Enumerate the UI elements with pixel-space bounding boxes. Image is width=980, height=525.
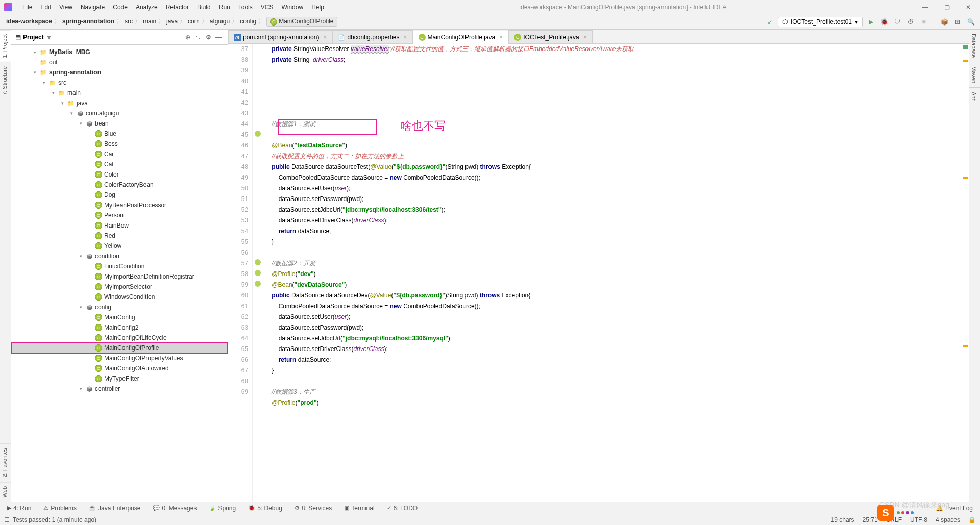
tree-item-cat[interactable]: Cat (11, 159, 228, 169)
close-tab-icon[interactable]: × (404, 34, 407, 41)
close-tab-icon[interactable]: × (583, 34, 587, 41)
status-lock-icon[interactable]: 🔒 (968, 516, 976, 523)
side-tab-maven[interactable]: Maven (969, 62, 980, 88)
bottom-tab-run[interactable]: ▶4: Run (4, 504, 34, 513)
bottom-tab-services[interactable]: ⚙8: Services (291, 504, 335, 513)
tree-item-red[interactable]: Red (11, 231, 228, 241)
menu-file[interactable]: File (18, 4, 36, 11)
status-nav-icon[interactable]: ☐ (4, 516, 10, 523)
tree-item-bean[interactable]: ▾bean (11, 118, 228, 129)
editor-tab[interactable]: dbconfig.properties× (332, 30, 412, 43)
side-tab-favorites[interactable]: 2: Favorites (0, 443, 11, 481)
menu-help[interactable]: Help (307, 4, 328, 11)
tree-item-linuxcondition[interactable]: LinuxCondition (11, 261, 228, 271)
tree-item-mytypefilter[interactable]: MyTypeFilter (11, 373, 228, 384)
sync-icon[interactable]: ↙ (765, 17, 775, 27)
run-config-select[interactable]: ⬡ IOCTest_Profile.test01 ▾ (778, 17, 863, 27)
collapse-all-icon[interactable]: ⇋ (193, 32, 203, 42)
warning-marker[interactable] (963, 177, 968, 179)
tree-item-spring-annotation[interactable]: ▾spring-annotation (11, 67, 228, 78)
warning-marker[interactable] (963, 60, 968, 62)
stop-button[interactable]: ■ (919, 17, 929, 27)
tree-item-windowscondition[interactable]: WindowsCondition (11, 292, 228, 302)
profile-button[interactable]: ⏱ (905, 17, 916, 27)
tree-item-car[interactable]: Car (11, 149, 228, 159)
event-log-button[interactable]: 🔔 Event Log (933, 504, 976, 513)
close-button[interactable]: ✕ (961, 4, 976, 11)
bean-gutter-icon[interactable] (255, 259, 261, 265)
breadcrumb-item[interactable]: atguigu (208, 17, 232, 26)
tree-item-myimportselector[interactable]: MyImportSelector (11, 282, 228, 292)
debug-button[interactable]: 🐞 (879, 17, 889, 27)
tree-item-mainconfigofprofile[interactable]: MainConfigOfProfile (11, 343, 228, 353)
close-tab-icon[interactable]: × (323, 34, 327, 41)
status-indent[interactable]: 4 spaces (936, 516, 960, 523)
tree-item-mainconfigoflifecycle[interactable]: MainConfigOfLifeCycle (11, 333, 228, 343)
code-content[interactable]: 啥也不写 private StringValueResolver valueRe… (263, 44, 962, 502)
tree-item-src[interactable]: ▾src (11, 78, 228, 88)
tree-item-myimportbeandefinitionregistrar[interactable]: MyImportBeanDefinitionRegistrar (11, 271, 228, 282)
tree-item-mybeanpostprocessor[interactable]: MyBeanPostProcessor (11, 200, 228, 210)
tree-item-blue[interactable]: Blue (11, 129, 228, 139)
structure-icon[interactable]: ⊞ (952, 17, 963, 27)
tree-item-com-atguigu[interactable]: ▾com.atguigu (11, 108, 228, 118)
bean-gutter-icon[interactable] (255, 131, 261, 137)
tree-item-colorfactorybean[interactable]: ColorFactoryBean (11, 180, 228, 190)
tree-item-mainconfigofpropertyvalues[interactable]: MainConfigOfPropertyValues (11, 353, 228, 363)
tree-item-yellow[interactable]: Yellow (11, 241, 228, 251)
tree-item-person[interactable]: Person (11, 210, 228, 220)
bottom-tab-javaenterprise[interactable]: ☕Java Enterprise (86, 504, 143, 513)
warning-marker[interactable] (963, 345, 968, 347)
tree-item-java[interactable]: ▾java (11, 98, 228, 108)
bottom-tab-terminal[interactable]: ▣Terminal (341, 504, 377, 513)
tree-item-rainbow[interactable]: RainBow (11, 220, 228, 231)
bean-gutter-icon[interactable] (255, 270, 261, 276)
maximize-button[interactable]: ▢ (939, 4, 954, 11)
breadcrumb-item[interactable]: com (186, 17, 202, 26)
breadcrumb-class[interactable]: CMainConfigOfProfile (266, 17, 337, 27)
project-tree[interactable]: ▸MyBatis_MBGout▾spring-annotation▾src▾ma… (11, 45, 228, 502)
tree-item-mybatis-mbg[interactable]: ▸MyBatis_MBG (11, 47, 228, 57)
menu-code[interactable]: Code (109, 4, 132, 11)
breadcrumb-item[interactable]: spring-annotation (60, 17, 116, 26)
menu-edit[interactable]: Edit (36, 4, 55, 11)
tree-item-boss[interactable]: Boss (11, 139, 228, 149)
side-tab-web[interactable]: Web (0, 482, 11, 502)
error-stripe[interactable] (962, 44, 969, 502)
coverage-button[interactable]: 🛡 (892, 17, 902, 27)
menu-build[interactable]: Build (193, 4, 215, 11)
editor-tab[interactable]: mpom.xml (spring-annotation)× (228, 30, 332, 43)
code-editor[interactable]: 3738394041424344454647484950515253545556… (228, 44, 969, 502)
side-tab-database[interactable]: Database (969, 30, 980, 62)
project-panel-title[interactable]: Project ▾ (23, 34, 183, 41)
breadcrumb-item[interactable]: config (238, 17, 258, 26)
menu-run[interactable]: Run (215, 4, 234, 11)
settings-icon[interactable]: ⚙ (203, 32, 213, 42)
menu-refactor[interactable]: Refactor (162, 4, 193, 11)
side-tab-ant[interactable]: Ant (969, 88, 980, 105)
vcs-icon[interactable]: 📦 (939, 17, 949, 27)
status-line-sep[interactable]: CRLF (886, 516, 902, 523)
editor-tab[interactable]: CIOCTest_Profile.java× (508, 30, 592, 43)
menu-analyze[interactable]: Analyze (132, 4, 162, 11)
status-encoding[interactable]: UTF-8 (910, 516, 927, 523)
menu-tools[interactable]: Tools (234, 4, 257, 11)
scroll-from-source-icon[interactable]: ⊕ (183, 32, 193, 42)
bottom-tab-spring[interactable]: 🍃Spring (206, 504, 239, 513)
side-tab-project[interactable]: 1: Project (0, 30, 11, 62)
tree-item-config[interactable]: ▾config (11, 302, 228, 312)
close-tab-icon[interactable]: × (499, 34, 503, 41)
editor-tab[interactable]: CMainConfigOfProfile.java× (413, 31, 509, 44)
bottom-tab-messages[interactable]: 💬0: Messages (150, 504, 200, 513)
tree-item-main[interactable]: ▾main (11, 88, 228, 98)
menu-navigate[interactable]: Navigate (77, 4, 109, 11)
tree-item-color[interactable]: Color (11, 169, 228, 180)
breadcrumb-item[interactable]: java (164, 17, 180, 26)
tree-item-mainconfig2[interactable]: MainConfig2 (11, 322, 228, 333)
menu-window[interactable]: Window (277, 4, 307, 11)
bean-gutter-icon[interactable] (255, 281, 261, 287)
breadcrumb-item[interactable]: idea-workspace (4, 17, 54, 26)
run-button[interactable]: ▶ (866, 17, 876, 27)
bottom-tab-debug[interactable]: 🐞5: Debug (245, 504, 285, 513)
hide-icon[interactable]: — (213, 32, 224, 42)
